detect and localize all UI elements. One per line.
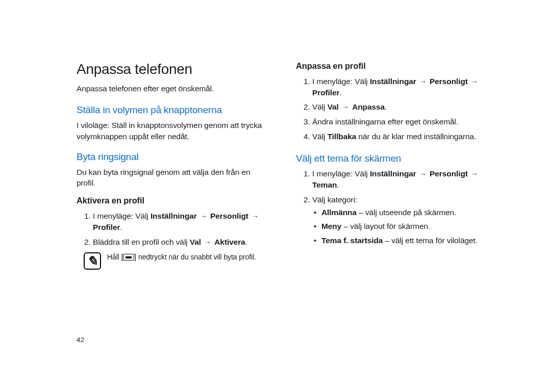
arrow-icon: → xyxy=(341,102,350,113)
step-bold: Inställningar xyxy=(370,77,416,86)
option-desc: – välj ett tema för viloläget. xyxy=(383,236,478,245)
section-ringtone-heading: Byta ringsignal xyxy=(77,151,270,163)
list-item: I menyläge: Välj Inställningar → Personl… xyxy=(312,168,490,190)
note-block: ✎ Håll [] nedtryckt när du snabbt vill b… xyxy=(77,252,270,270)
arrow-icon: → xyxy=(203,238,212,248)
step-bold: Teman xyxy=(312,180,337,189)
step-bold: Personligt xyxy=(430,77,468,86)
section-volume-body: I viloläge: Ställ in knapptonsvolymen ge… xyxy=(77,120,270,142)
note-fragment: Håll [ xyxy=(107,253,123,261)
section-volume-heading: Ställa in volymen på knapptonerna xyxy=(77,104,270,116)
step-bold: Val xyxy=(328,102,339,111)
step-text: Välj xyxy=(312,132,328,141)
option-desc: – välj layout för skärmen. xyxy=(341,222,430,230)
step-bold: Personligt xyxy=(210,212,248,220)
arrow-icon: → xyxy=(418,169,428,179)
list-item: Välj kategori: Allmänna – välj utseende … xyxy=(312,194,490,246)
arrow-icon: → xyxy=(470,77,479,87)
note-fragment: ] nedtryckt när du snabbt vill byta prof… xyxy=(134,253,256,261)
activate-profile-heading: Aktivera en profil xyxy=(77,196,270,205)
page-title: Anpassa telefonen xyxy=(77,61,270,77)
list-item: Välj Tillbaka när du är klar med inställ… xyxy=(312,131,490,142)
step-text: I menyläge: Välj xyxy=(312,77,370,86)
arrow-icon: → xyxy=(199,212,208,222)
list-item: Ändra inställningarna efter eget önskemå… xyxy=(312,116,490,127)
two-column-layout: Anpassa telefonen Anpassa telefonen efte… xyxy=(77,61,490,270)
arrow-icon: → xyxy=(251,212,260,222)
list-item: Allmänna – välj utseende på skärmen. xyxy=(312,207,490,218)
step-text: I menyläge: Välj xyxy=(312,169,370,178)
step-bold: Inställningar xyxy=(151,212,197,220)
step-text: när du är klar med inställningarna. xyxy=(356,132,476,141)
left-column: Anpassa telefonen Anpassa telefonen efte… xyxy=(77,61,270,270)
section-ringtone-body: Du kan byta ringsignal genom att välja d… xyxy=(77,167,270,189)
step-bold: Val xyxy=(190,238,201,246)
page-number: 42 xyxy=(77,336,84,344)
note-text: Håll [] nedtryckt när du snabbt vill byt… xyxy=(107,252,256,262)
customise-profile-heading: Anpassa en profil xyxy=(296,61,490,71)
manual-page: Anpassa telefonen Anpassa telefonen efte… xyxy=(0,0,551,392)
note-icon: ✎ xyxy=(84,252,101,270)
list-item: Tema f. startsida – välj ett tema för vi… xyxy=(312,235,490,246)
list-item: I menyläge: Välj Inställningar → Personl… xyxy=(312,76,490,98)
step-bold: Aktivera xyxy=(214,238,245,246)
step-bold: Profiler xyxy=(93,223,120,231)
page-caption: Anpassa telefonen efter eget önskemål. xyxy=(77,84,270,93)
option-name: Tema f. startsida xyxy=(321,236,383,245)
arrow-icon: → xyxy=(418,77,428,87)
step-bold: Profiler xyxy=(312,88,339,97)
arrow-icon: → xyxy=(470,169,479,179)
step-bold: Tillbaka xyxy=(328,132,357,141)
step-text: Bläddra till en profil och välj xyxy=(93,238,190,246)
step-text: Välj kategori: xyxy=(312,195,357,204)
option-name: Meny xyxy=(321,222,341,230)
option-desc: – välj utseende på skärmen. xyxy=(357,208,456,217)
step-bold: Anpassa xyxy=(352,102,385,111)
option-name: Allmänna xyxy=(321,208,357,217)
list-item: Meny – välj layout för skärmen. xyxy=(312,221,490,232)
activate-profile-steps: I menyläge: Välj Inställningar → Personl… xyxy=(77,211,270,247)
step-bold: Inställningar xyxy=(370,169,416,178)
step-text: I menyläge: Välj xyxy=(93,212,151,220)
list-item: Bläddra till en profil och välj Val → Ak… xyxy=(93,237,270,248)
list-item: I menyläge: Välj Inställningar → Personl… xyxy=(93,211,270,232)
list-item: Välj Val → Anpassa. xyxy=(312,101,490,113)
right-column: Anpassa en profil I menyläge: Välj Instä… xyxy=(296,61,490,270)
step-text: Välj xyxy=(312,102,328,111)
step-bold: Personligt xyxy=(430,169,468,178)
theme-options: Allmänna – välj utseende på skärmen. Men… xyxy=(312,207,490,246)
theme-steps: I menyläge: Välj Inställningar → Personl… xyxy=(296,168,490,246)
section-theme-heading: Välj ett tema för skärmen xyxy=(296,153,490,164)
key-icon xyxy=(123,254,134,260)
customise-profile-steps: I menyläge: Välj Inställningar → Personl… xyxy=(296,76,490,142)
